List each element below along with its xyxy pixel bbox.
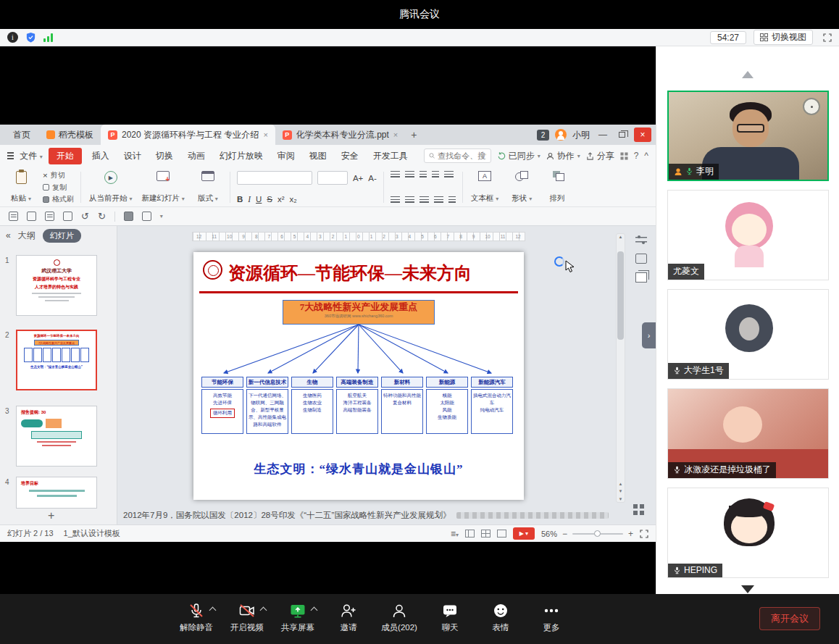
scroll-participants-up-icon[interactable]: [742, 71, 754, 78]
add-slide-button[interactable]: +: [48, 510, 54, 522]
justify-icon[interactable]: [434, 196, 443, 204]
collapse-panel-icon[interactable]: «: [6, 230, 11, 241]
scroll-up-icon[interactable]: ▲: [617, 235, 625, 239]
slideshow-play-button[interactable]: ▶▾: [513, 527, 535, 540]
tab-close-icon[interactable]: ×: [263, 130, 267, 139]
zoom-slider[interactable]: [572, 533, 623, 535]
print-preview-icon[interactable]: [63, 212, 72, 221]
user-name[interactable]: 小明: [572, 129, 590, 141]
find-replace-icon[interactable]: [142, 212, 151, 221]
slide-thumbnail-1[interactable]: 武汉理工大学 资源循环科学与工程专业 人才培养的特色与实践: [16, 255, 97, 316]
play-from-current-button[interactable]: ▶ 从当前开始 ▾: [88, 170, 133, 205]
outline-tab[interactable]: 大纲: [18, 230, 36, 242]
meeting-info-icon[interactable]: i: [7, 32, 18, 43]
tab-close-icon[interactable]: ×: [393, 130, 398, 139]
layers-icon[interactable]: [635, 272, 647, 283]
close-icon[interactable]: ×: [634, 127, 651, 142]
participant-tile[interactable]: 冰激凌还是掉垃圾桶了: [667, 388, 829, 479]
start-video-button[interactable]: 开启视频: [228, 601, 266, 633]
menu-item[interactable]: 幻灯片放映: [215, 148, 267, 164]
menu-item[interactable]: 开始: [49, 148, 82, 164]
chevron-up-icon[interactable]: [260, 607, 267, 614]
scroll-participants-down-icon[interactable]: [741, 585, 754, 593]
textbox-button[interactable]: A 文本框 ▾: [469, 170, 500, 205]
help-icon[interactable]: ?: [634, 151, 639, 161]
fit-screen-icon[interactable]: [640, 530, 648, 538]
line-spacing-icon[interactable]: [444, 171, 454, 178]
slide-thumbnail-2-selected[interactable]: 资源循环—节能环保—未来方向 7大战略性新兴产业发展重点 生态文明：“绿水青山就…: [16, 330, 97, 390]
new-slide-button[interactable]: 新建幻灯片 ▾: [140, 170, 185, 205]
cut-button[interactable]: ×剪切: [43, 170, 74, 180]
menu-item[interactable]: 动画: [183, 148, 209, 164]
new-tab-button[interactable]: +: [405, 129, 422, 141]
save-icon[interactable]: [9, 212, 18, 221]
arrange-button[interactable]: 排列: [543, 170, 574, 205]
search-input[interactable]: [438, 151, 486, 160]
menu-item[interactable]: 切换: [151, 148, 178, 164]
command-search[interactable]: [424, 149, 491, 163]
slides-tab[interactable]: 幻灯片: [43, 229, 81, 243]
align-left-icon[interactable]: [391, 196, 400, 204]
menu-item[interactable]: 审阅: [273, 148, 299, 164]
menu-file[interactable]: 文件 ▾: [20, 150, 42, 162]
share-button[interactable]: 分享: [586, 150, 614, 162]
number-list-icon[interactable]: [405, 171, 414, 178]
document-tab-other[interactable]: P 化学类本科专业分流.ppt ×: [275, 125, 405, 145]
menu-item[interactable]: 设计: [120, 148, 146, 164]
wps-templates-tab[interactable]: 稻壳模板: [39, 129, 101, 141]
increase-font-icon[interactable]: A+: [353, 174, 363, 183]
normal-view-icon[interactable]: [465, 530, 475, 538]
decrease-font-icon[interactable]: A-: [368, 174, 377, 183]
menu-item[interactable]: 插入: [88, 148, 114, 164]
minimize-icon[interactable]: —: [596, 130, 610, 140]
collapse-ribbon-icon[interactable]: ^: [644, 151, 648, 161]
zoom-level[interactable]: 56%: [541, 530, 557, 538]
shapes-button[interactable]: 形状 ▾: [506, 170, 537, 205]
format-painter-button[interactable]: 格式刷: [43, 194, 74, 204]
font-size-input[interactable]: [317, 171, 348, 185]
next-slide-icon[interactable]: ▼: [617, 489, 625, 493]
strikethrough-button[interactable]: S: [267, 195, 272, 204]
network-signal-icon[interactable]: [43, 33, 53, 42]
indent-increase-icon[interactable]: [432, 171, 439, 178]
bold-button[interactable]: B: [237, 195, 243, 204]
document-tab-active[interactable]: P 2020 资源循环科学与工程 专业介绍 ×: [101, 125, 275, 145]
unmute-button[interactable]: 解除静音: [178, 601, 215, 633]
layout-button[interactable]: 版式 ▾: [193, 170, 223, 205]
align-center-icon[interactable]: [405, 196, 414, 204]
menu-item[interactable]: 视图: [305, 148, 331, 164]
bullet-list-icon[interactable]: [391, 171, 400, 178]
previous-slide-icon[interactable]: ▲: [617, 482, 625, 486]
zoom-out-icon[interactable]: −: [562, 529, 567, 539]
more-button[interactable]: 更多: [533, 601, 570, 633]
menu-item[interactable]: 安全: [337, 148, 363, 164]
redo-icon[interactable]: ↻: [98, 212, 106, 221]
slide-canvas[interactable]: 资源循环—节能环保—未来方向 7大战略性新兴产业发展重点 360市场调研网 ww…: [193, 252, 524, 500]
members-button[interactable]: 成员(202): [380, 601, 418, 633]
hamburger-menu-icon[interactable]: [7, 152, 14, 159]
underline-button[interactable]: U: [256, 195, 262, 204]
restore-icon[interactable]: [616, 130, 628, 140]
zoom-in-icon[interactable]: +: [628, 529, 633, 539]
format-brush-icon[interactable]: [124, 212, 133, 221]
collaborate-button[interactable]: 协作▾: [546, 150, 580, 162]
sync-status[interactable]: 已同步▾: [497, 150, 540, 162]
participant-tile[interactable]: 大学生1号: [667, 289, 829, 380]
chevron-up-icon[interactable]: [209, 607, 217, 614]
scroll-down-icon[interactable]: ▼: [617, 497, 625, 501]
italic-button[interactable]: I: [248, 195, 251, 204]
invite-button[interactable]: 邀请: [330, 601, 367, 633]
menu-item[interactable]: 开发工具: [369, 148, 412, 164]
print-icon[interactable]: [45, 212, 54, 221]
bookmark-icon[interactable]: [635, 254, 647, 264]
indent-decrease-icon[interactable]: [420, 171, 427, 178]
participant-tile[interactable]: 尤菱文: [667, 190, 829, 280]
reading-view-icon[interactable]: [497, 530, 506, 538]
quickbar-more-icon[interactable]: ▾: [160, 213, 163, 219]
vertical-scrollbar[interactable]: ▲ ▲ ▼ ▼: [616, 233, 625, 503]
chevron-up-icon[interactable]: [311, 607, 318, 614]
grid-view-icon[interactable]: [633, 504, 644, 515]
status-menu-icon[interactable]: ≡▾: [451, 529, 459, 539]
scrollbar-thumb[interactable]: [617, 251, 624, 340]
chat-button[interactable]: 聊天: [431, 601, 469, 633]
